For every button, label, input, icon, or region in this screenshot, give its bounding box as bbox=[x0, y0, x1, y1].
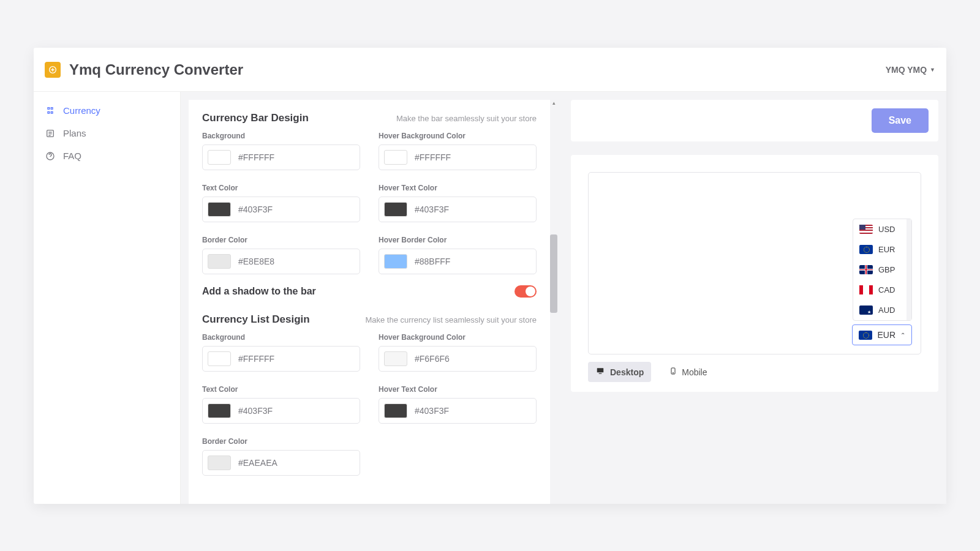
topbar: Ymq Currency Converter YMQ YMQ ▼ bbox=[34, 48, 946, 92]
section-title: Currency List Desigin bbox=[202, 313, 310, 326]
color-input-bar-hbg[interactable]: #FFFFFF bbox=[379, 144, 537, 170]
shadow-toggle[interactable] bbox=[514, 285, 537, 298]
brand-logo-icon bbox=[45, 62, 61, 78]
flag-gbp-icon bbox=[859, 265, 873, 274]
main: Currency Bar Desigin Make the bar seamle… bbox=[181, 92, 946, 504]
tab-label: Desktop bbox=[610, 367, 644, 377]
list-fields: Background #FFFFFF Hover Background Colo… bbox=[202, 333, 537, 476]
color-input-list-hbg[interactable]: #F6F6F6 bbox=[379, 346, 537, 372]
tab-desktop[interactable]: Desktop bbox=[588, 362, 651, 382]
plans-icon bbox=[45, 129, 56, 138]
color-swatch bbox=[208, 455, 231, 470]
currency-option-eur[interactable]: EUR bbox=[853, 239, 911, 260]
color-swatch bbox=[384, 351, 407, 366]
color-value: #403F3F bbox=[238, 406, 273, 416]
faq-icon bbox=[45, 151, 56, 161]
save-button[interactable]: Save bbox=[872, 108, 929, 133]
field-label: Hover Text Color bbox=[379, 385, 537, 394]
section-head-list: Currency List Desigin Make the currency … bbox=[202, 313, 537, 326]
currency-list-scrollbar[interactable] bbox=[907, 219, 911, 320]
color-input-list-bg[interactable]: #FFFFFF bbox=[202, 346, 360, 372]
sidebar-item-plans[interactable]: Plans bbox=[34, 122, 180, 144]
field-label: Background bbox=[202, 333, 360, 342]
color-input-bar-bg[interactable]: #FFFFFF bbox=[202, 144, 360, 170]
chevron-up-icon: ⌃ bbox=[900, 332, 905, 339]
field-bar-text: Text Color #403F3F bbox=[202, 184, 360, 222]
color-swatch bbox=[384, 202, 407, 217]
field-bar-htext: Hover Text Color #403F3F bbox=[379, 184, 537, 222]
shadow-toggle-row: Add a shadow to the bar bbox=[202, 285, 537, 298]
section-subtitle: Make the currency list seamlessly suit y… bbox=[365, 315, 537, 324]
brand: Ymq Currency Converter bbox=[45, 61, 243, 78]
section-head-bar: Currency Bar Desigin Make the bar seamle… bbox=[202, 112, 537, 124]
field-bar-hborder: Hover Border Color #88BFFF bbox=[379, 236, 537, 274]
tab-label: Mobile bbox=[682, 367, 707, 377]
field-list-border: Border Color #EAEAEA bbox=[202, 437, 360, 476]
field-list-bg: Background #FFFFFF bbox=[202, 333, 360, 372]
settings-scrollbar[interactable]: ▴ bbox=[550, 100, 557, 504]
color-swatch bbox=[384, 254, 407, 269]
app-title: Ymq Currency Converter bbox=[69, 61, 243, 78]
color-input-bar-text[interactable]: #403F3F bbox=[202, 197, 360, 222]
user-menu[interactable]: YMQ YMQ ▼ bbox=[886, 65, 935, 75]
color-input-list-text[interactable]: #403F3F bbox=[202, 398, 360, 424]
currency-code: AUD bbox=[878, 305, 895, 315]
color-value: #FFFFFF bbox=[238, 152, 274, 162]
sidebar-item-faq[interactable]: FAQ bbox=[34, 144, 180, 167]
color-input-list-border[interactable]: #EAEAEA bbox=[202, 450, 360, 476]
bar-fields: Background #FFFFFF Hover Background Colo… bbox=[202, 132, 537, 274]
currency-code: EUR bbox=[878, 245, 895, 254]
color-input-bar-hborder[interactable]: #88BFFF bbox=[379, 249, 537, 274]
field-label: Hover Text Color bbox=[379, 184, 537, 192]
field-label: Hover Background Color bbox=[379, 132, 537, 140]
field-label: Border Color bbox=[202, 236, 360, 244]
color-input-list-htext[interactable]: #403F3F bbox=[379, 398, 537, 424]
selected-currency-code: EUR bbox=[877, 330, 895, 340]
flag-cad-icon bbox=[859, 285, 873, 294]
app-window: Ymq Currency Converter YMQ YMQ ▼ Currenc… bbox=[34, 48, 946, 504]
chevron-down-icon: ▼ bbox=[930, 67, 935, 73]
svg-rect-3 bbox=[597, 368, 604, 372]
device-tabs: Desktop Mobile bbox=[588, 362, 921, 382]
field-list-htext: Hover Text Color #403F3F bbox=[379, 385, 537, 424]
flag-eur-icon bbox=[859, 331, 872, 340]
field-label: Text Color bbox=[202, 385, 360, 394]
field-bar-border: Border Color #E8E8E8 bbox=[202, 236, 360, 274]
scroll-thumb[interactable] bbox=[550, 234, 557, 313]
currency-option-cad[interactable]: CAD bbox=[853, 280, 911, 300]
color-swatch bbox=[208, 351, 231, 366]
currency-option-usd[interactable]: USD bbox=[853, 219, 911, 239]
section-subtitle: Make the bar seamlessly suit your store bbox=[396, 114, 537, 123]
save-bar: Save bbox=[571, 100, 938, 141]
color-input-bar-htext[interactable]: #403F3F bbox=[379, 197, 537, 222]
color-value: #403F3F bbox=[415, 204, 449, 214]
field-bar-hbg: Hover Background Color #FFFFFF bbox=[379, 132, 537, 170]
sidebar-label: Plans bbox=[63, 128, 86, 138]
sidebar-item-currency[interactable]: Currency bbox=[34, 99, 180, 122]
color-value: #403F3F bbox=[238, 204, 273, 214]
user-name: YMQ YMQ bbox=[886, 65, 927, 75]
svg-rect-4 bbox=[599, 373, 602, 374]
currency-code: GBP bbox=[878, 265, 895, 274]
field-list-hbg: Hover Background Color #F6F6F6 bbox=[379, 333, 537, 372]
currency-option-gbp[interactable]: GBP bbox=[853, 260, 911, 280]
field-label: Text Color bbox=[202, 184, 360, 192]
mobile-icon bbox=[669, 366, 677, 378]
currency-code: CAD bbox=[878, 285, 895, 294]
color-value: #E8E8E8 bbox=[238, 257, 274, 266]
sidebar: Currency Plans FAQ bbox=[34, 92, 181, 504]
currency-code: USD bbox=[878, 225, 895, 234]
currency-selector[interactable]: EUR ⌃ bbox=[852, 324, 912, 345]
color-value: #F6F6F6 bbox=[415, 354, 450, 364]
color-value: #403F3F bbox=[415, 406, 449, 416]
field-label: Hover Background Color bbox=[379, 333, 537, 342]
preview-canvas: USD EUR GBP bbox=[588, 172, 921, 354]
tab-mobile[interactable]: Mobile bbox=[662, 362, 714, 382]
scroll-up-icon: ▴ bbox=[550, 100, 557, 107]
currency-icon bbox=[45, 106, 56, 116]
color-input-bar-border[interactable]: #E8E8E8 bbox=[202, 249, 360, 274]
sidebar-label: Currency bbox=[63, 105, 100, 116]
shadow-toggle-label: Add a shadow to the bar bbox=[202, 286, 316, 297]
field-label: Background bbox=[202, 132, 360, 140]
currency-option-aud[interactable]: AUD bbox=[853, 300, 911, 320]
